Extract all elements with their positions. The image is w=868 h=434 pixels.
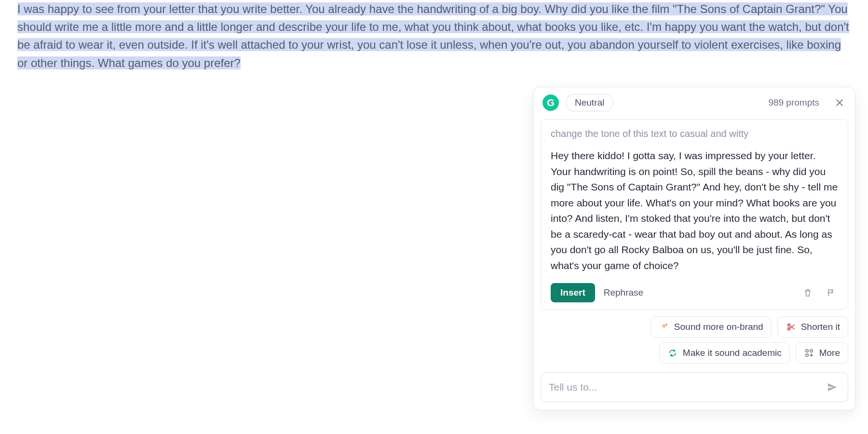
svg-rect-3 <box>810 350 813 352</box>
panel-header: G Neutral 989 prompts <box>534 87 855 116</box>
result-card: change the tone of this text to casual a… <box>541 119 848 310</box>
grid-plus-icon <box>804 348 814 358</box>
rephrase-button[interactable]: Rephrase <box>604 287 643 298</box>
result-text: Hey there kiddo! I gotta say, I was impr… <box>551 148 838 273</box>
delete-button[interactable] <box>800 285 815 300</box>
document-area: I was happy to see from your letter that… <box>0 0 868 72</box>
flag-icon <box>826 288 836 298</box>
selected-text[interactable]: I was happy to see from your letter that… <box>17 2 849 69</box>
suggestion-label: Make it sound academic <box>683 348 782 358</box>
suggestion-more[interactable]: More <box>796 342 848 364</box>
suggestion-academic[interactable]: Make it sound academic <box>659 342 790 364</box>
grammarly-logo-icon: G <box>542 95 559 111</box>
suggestion-label: Sound more on-brand <box>674 322 763 332</box>
send-icon <box>827 381 838 393</box>
suggestion-label: Shorten it <box>801 322 840 332</box>
prompt-echo: change the tone of this text to casual a… <box>551 128 838 139</box>
prompt-input[interactable] <box>549 381 825 393</box>
suggestion-on-brand[interactable]: Sound more on-brand <box>651 316 772 338</box>
prompt-input-wrap <box>541 372 848 402</box>
insert-button[interactable]: Insert <box>551 283 595 302</box>
trash-icon <box>803 288 813 298</box>
close-button[interactable] <box>833 96 846 109</box>
suggestion-label: More <box>819 348 840 358</box>
tone-chip[interactable]: Neutral <box>566 94 613 111</box>
action-row: Insert Rephrase <box>551 283 838 302</box>
svg-rect-2 <box>806 350 808 352</box>
sparkle-icon <box>659 322 669 332</box>
flag-button[interactable] <box>824 285 838 300</box>
svg-rect-4 <box>806 354 808 356</box>
suggestions-row-1: Sound more on-brand Shorten it <box>534 310 855 338</box>
close-icon <box>835 98 844 107</box>
scissors-icon <box>786 322 796 332</box>
send-button[interactable] <box>825 380 840 395</box>
suggestions-row-2: Make it sound academic More <box>534 338 855 364</box>
suggestion-shorten[interactable]: Shorten it <box>777 316 848 338</box>
refresh-icon <box>667 348 678 358</box>
prompts-count: 989 prompts <box>768 97 819 108</box>
assistant-panel: G Neutral 989 prompts change the tone of… <box>533 87 855 410</box>
